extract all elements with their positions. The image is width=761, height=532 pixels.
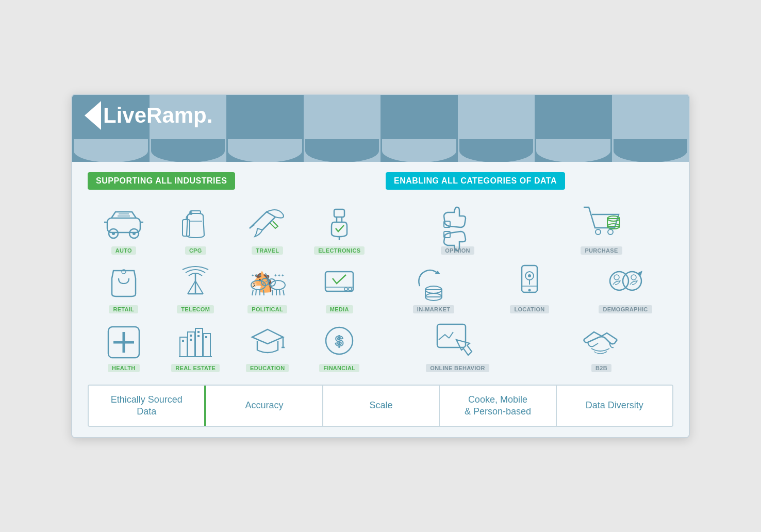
section-right: ENABLING ALL CATEGORIES OF DATA (386, 172, 673, 374)
online-behavior-icon (435, 321, 481, 362)
svg-rect-51 (197, 331, 200, 333)
industry-retail: RETAIL (88, 257, 160, 315)
svg-point-3 (112, 232, 115, 235)
media-label: MEDIA (326, 305, 353, 313)
industry-financial: $ FINANCIAL (304, 315, 376, 374)
financial-label: FINANCIAL (319, 364, 359, 372)
b2b-label: B2B (591, 364, 611, 372)
industry-health: HEALTH (88, 315, 160, 374)
awning-tab-7 (536, 139, 610, 162)
demographic-icon (602, 262, 649, 303)
awning-tab-8 (614, 139, 688, 162)
data-online-behavior: ONLINE BEHAVIOR (386, 315, 530, 374)
real-estate-label: REAL ESTATE (171, 364, 220, 372)
awning-tab-5 (382, 139, 456, 162)
svg-rect-11 (334, 209, 344, 217)
data-demographic: DEMOGRAPHIC (577, 257, 673, 315)
svg-point-4 (133, 232, 136, 235)
data-purchase: PURCHASE (530, 198, 673, 257)
main-card: LiveRamp. SUPPORTING ALL INDUSTRIES (71, 94, 690, 439)
location-icon (506, 262, 553, 303)
svg-line-31 (279, 290, 280, 295)
svg-text:✦✦✦: ✦✦✦ (274, 273, 285, 278)
svg-line-32 (283, 290, 284, 295)
svg-rect-0 (107, 218, 140, 232)
industry-telecom: TELECOM (160, 257, 232, 315)
awning-tab-2 (151, 139, 225, 162)
opinion-label: OPINION (441, 246, 474, 255)
demographic-label: DEMOGRAPHIC (599, 305, 652, 313)
industry-media: MEDIA (304, 257, 376, 315)
footer-scale: Scale (323, 386, 440, 426)
footer-cookie-mobile: Cooke, Mobile & Person-based (440, 386, 556, 426)
svg-point-62 (608, 229, 613, 235)
travel-icon (247, 203, 288, 244)
svg-line-24 (256, 290, 256, 295)
auto-label: AUTO (111, 246, 136, 255)
data-opinion: OPINION (386, 198, 530, 257)
political-label: POLITICAL (247, 305, 287, 313)
footer-accuracy: Accuracy (205, 386, 323, 426)
svg-point-77 (631, 275, 636, 280)
svg-rect-78 (437, 324, 466, 347)
svg-rect-49 (190, 335, 192, 337)
telecom-label: TELECOM (177, 305, 214, 313)
svg-text:✦✦✦: ✦✦✦ (251, 273, 262, 278)
awning-tab-4 (305, 139, 379, 162)
industry-education: EDUCATION (231, 315, 304, 374)
location-label: LOCATION (510, 305, 549, 313)
svg-line-18 (188, 281, 195, 294)
svg-rect-69 (522, 265, 537, 292)
logo-text: LiveRamp. (103, 103, 212, 128)
svg-rect-52 (197, 335, 200, 337)
svg-rect-10 (183, 220, 190, 236)
telecom-icon (175, 262, 216, 303)
awning-tab-3 (228, 139, 302, 162)
right-section-header: ENABLING ALL CATEGORIES OF DATA (386, 172, 565, 190)
svg-rect-64 (607, 219, 620, 226)
purchase-icon (578, 203, 625, 244)
svg-rect-50 (190, 339, 192, 341)
svg-line-29 (272, 290, 273, 295)
electronics-label: ELECTRONICS (314, 246, 365, 255)
real-estate-icon (175, 321, 216, 362)
online-behavior-label: ONLINE BEHAVIOR (426, 364, 489, 372)
svg-text:$: $ (335, 333, 343, 349)
health-icon (103, 321, 144, 362)
svg-rect-48 (182, 340, 184, 342)
sections-row: SUPPORTING ALL INDUSTRIES (88, 172, 673, 374)
main-content: SUPPORTING ALL INDUSTRIES (72, 162, 689, 438)
cpg-label: CPG (185, 246, 206, 255)
industry-auto: AUTO (88, 198, 160, 257)
awning-tab-6 (459, 139, 534, 162)
footer-data-diversity: Data Diversity (557, 386, 672, 426)
industry-travel: TRAVEL (231, 198, 304, 257)
svg-line-26 (263, 290, 264, 295)
purchase-label: PURCHASE (581, 246, 622, 255)
industries-grid: AUTO (88, 198, 375, 374)
logo-bold: Ramp (146, 103, 207, 127)
cpg-icon (175, 203, 216, 244)
data-row-3: ONLINE BEHAVIOR (386, 315, 673, 374)
auto-icon (103, 203, 144, 244)
media-icon (319, 262, 360, 303)
section-left: SUPPORTING ALL INDUSTRIES (88, 172, 375, 374)
awning: LiveRamp. (72, 95, 689, 162)
svg-rect-53 (205, 336, 207, 338)
svg-point-76 (614, 275, 619, 280)
industry-electronics: ELECTRONICS (304, 198, 376, 257)
industry-political: 🐴 (231, 257, 304, 315)
industry-cpg: CPG (160, 198, 232, 257)
opinion-icon (435, 203, 481, 244)
data-b2b: B2B (530, 315, 673, 374)
svg-line-19 (195, 281, 203, 294)
svg-point-37 (344, 288, 348, 291)
footer-ethically-sourced: Ethically Sourced Data (89, 386, 205, 426)
industry-real-estate: REAL ESTATE (160, 315, 232, 374)
education-icon (247, 321, 288, 362)
b2b-icon (578, 321, 625, 362)
svg-point-71 (528, 289, 531, 292)
retail-label: RETAIL (109, 305, 138, 313)
footer-row: Ethically Sourced Data Accuracy Scale Co… (88, 385, 673, 427)
awning-tabs (72, 139, 689, 162)
